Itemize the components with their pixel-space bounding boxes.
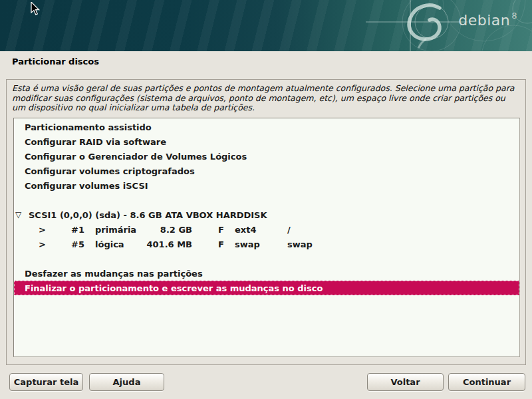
partition-arrow-icon: >	[39, 237, 46, 251]
list-item-label: Configurar o Gerenciador de Volumes Lógi…	[25, 152, 247, 162]
expander-triangle-icon[interactable]: ▽	[15, 207, 21, 222]
list-item-disk[interactable]: ▽ SCSI1 (0,0,0) (sda) - 8.6 GB ATA VBOX …	[14, 207, 519, 222]
help-button[interactable]: Ajuda	[89, 373, 164, 391]
partition-list-rows: Particionamento assistido Configurar RAI…	[14, 120, 519, 295]
partition-size: 8.2 GB	[114, 222, 192, 237]
list-item-configure-iscsi[interactable]: Configurar volumes iSCSI	[14, 178, 519, 193]
installer-window: debian8 Particionar discos Esta é uma vi…	[0, 0, 532, 399]
list-item-label: Finalizar o particionamento e escrever a…	[25, 283, 323, 293]
mouse-cursor	[31, 2, 41, 17]
partition-flag: F	[218, 222, 224, 237]
list-item-configure-raid[interactable]: Configurar RAID via software	[14, 134, 519, 149]
partition-flag: F	[218, 237, 224, 251]
list-item-label: Particionamento assistido	[25, 122, 152, 132]
partition-size: 401.6 MB	[114, 237, 192, 251]
brand-name: debian	[458, 12, 510, 29]
back-button[interactable]: Voltar	[367, 373, 444, 391]
list-spacer-row	[14, 193, 519, 207]
continue-button[interactable]: Continuar	[448, 373, 525, 391]
list-item-partition-5[interactable]: > #5 lógica 401.6 MB F swap swap	[14, 237, 519, 251]
list-item-label: Configurar volumes iSCSI	[25, 181, 148, 191]
list-item-label: Configurar RAID via software	[25, 137, 166, 147]
page-title: Particionar discos	[12, 57, 99, 66]
list-item-finish-partitioning[interactable]: Finalizar o particionamento e escrever a…	[14, 281, 519, 295]
brand-version: 8	[511, 11, 517, 21]
debian-swirl-logo	[0, 0, 532, 51]
list-item-guided-partitioning[interactable]: Particionamento assistido	[14, 120, 519, 134]
partition-mountpoint: /	[287, 222, 291, 237]
page-description: Esta é uma visão geral de suas partições…	[12, 84, 515, 113]
list-item-undo-changes[interactable]: Desfazer as mudanças nas partições	[14, 266, 519, 281]
list-item-configure-lvm[interactable]: Configurar o Gerenciador de Volumes Lógi…	[14, 149, 519, 164]
list-item-configure-crypto[interactable]: Configurar volumes criptografados	[14, 164, 519, 178]
list-item-label: Desfazer as mudanças nas partições	[25, 269, 203, 279]
partition-filesystem: swap	[235, 237, 260, 251]
list-spacer-row	[14, 251, 519, 266]
partition-number: #5	[71, 237, 84, 251]
partition-number: #1	[71, 222, 84, 237]
brand-wordmark: debian8	[458, 12, 517, 29]
list-item-label: Configurar volumes criptografados	[25, 166, 195, 176]
partition-arrow-icon: >	[39, 222, 46, 237]
disk-label: SCSI1 (0,0,0) (sda) - 8.6 GB ATA VBOX HA…	[29, 207, 267, 222]
partition-list: Particionamento assistido Configurar RAI…	[13, 118, 520, 357]
screenshot-button[interactable]: Capturar tela	[9, 373, 83, 391]
list-item-partition-1[interactable]: > #1 primária 8.2 GB F ext4 /	[14, 222, 519, 237]
header-banner: debian8	[0, 0, 532, 51]
partition-filesystem: ext4	[235, 222, 256, 237]
partition-mountpoint: swap	[287, 237, 313, 251]
